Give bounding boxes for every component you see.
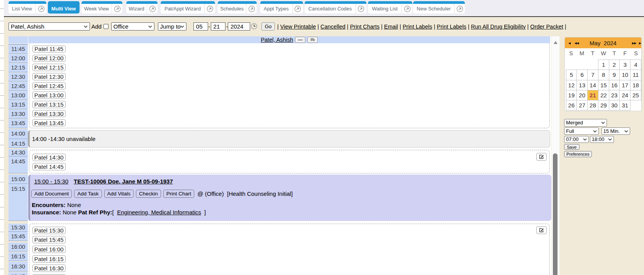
jump-to-select[interactable]: Jump to xyxy=(158,22,186,31)
toolbar-link-run-all-drug-eligibility[interactable]: Run All Drug Eligibility xyxy=(471,24,526,30)
slot-button-patel-14-45[interactable]: Patel 14:45 xyxy=(32,163,66,170)
calendar-day-29[interactable]: 29 xyxy=(598,100,609,110)
scrollbar-thumb[interactable] xyxy=(553,153,558,275)
calendar-day-4[interactable]: 4 xyxy=(630,60,641,70)
calendar-day-26[interactable]: 26 xyxy=(566,100,577,110)
slot-button-patel-12-45[interactable]: Patel 12:45 xyxy=(32,82,66,90)
tab-week-view[interactable]: Week View xyxy=(81,1,123,14)
tab-appt-types[interactable]: Appt Types xyxy=(260,1,303,14)
calendar-day-15[interactable]: 15 xyxy=(598,80,609,90)
calendar-day-7[interactable]: 7 xyxy=(588,70,598,80)
toolbar-link-email[interactable]: Email xyxy=(384,24,398,30)
add-document-button[interactable]: Add Document xyxy=(31,190,72,198)
calendar-day-11[interactable]: 11 xyxy=(630,70,641,80)
calendar-day-3[interactable]: 3 xyxy=(620,60,630,70)
calendar-day-17[interactable]: 17 xyxy=(620,80,630,90)
zoom-select[interactable]: Full xyxy=(564,127,599,135)
slot-button-patel-12-15[interactable]: Patel 12:15 xyxy=(32,64,66,71)
calendar-next-month-icon[interactable]: ► xyxy=(638,41,640,45)
calendar-day-19[interactable]: 19 xyxy=(566,90,577,100)
preferences-button[interactable]: Preferences xyxy=(564,151,592,157)
add-vitals-button[interactable]: Add Vitals xyxy=(104,190,134,198)
calendar-day-8[interactable]: 8 xyxy=(598,70,609,80)
slot-button-patel-16-30[interactable]: Patel 16:30 xyxy=(32,265,66,272)
open-in-new-window-icon[interactable] xyxy=(402,4,412,14)
toolbar-link-print-charts[interactable]: Print Charts xyxy=(350,24,380,30)
toolbar-link-print-labels-2[interactable]: Print Labels xyxy=(437,24,466,30)
open-in-new-window-icon[interactable] xyxy=(36,4,46,14)
calendar-day-2[interactable]: 2 xyxy=(609,60,620,70)
calendar-day-30[interactable]: 30 xyxy=(609,100,620,110)
scrollbar-up-arrow[interactable] xyxy=(554,41,558,44)
calendar-day-12[interactable]: 12 xyxy=(566,80,577,90)
slot-button-patel-12-00[interactable]: Patel 12:00 xyxy=(32,55,66,62)
toolbar-link-print-labels[interactable]: Print Labels xyxy=(403,24,432,30)
slot-button-patel-11-45[interactable]: Patel 11:45 xyxy=(32,46,66,53)
calendar-day-1[interactable]: 1 xyxy=(598,60,609,70)
calendar-day-18[interactable]: 18 xyxy=(630,80,641,90)
slot-button-patel-14-30[interactable]: Patel 14:30 xyxy=(32,154,66,161)
calendar-day-14[interactable]: 14 xyxy=(588,80,598,90)
tab-multi-view[interactable]: Multi View xyxy=(48,1,80,14)
provider-select[interactable]: Patel, Ashish xyxy=(8,22,90,31)
calendar-day-13[interactable]: 13 xyxy=(577,80,588,90)
referring-physician-link[interactable]: Engineering, Medical Informatics xyxy=(117,209,201,216)
appointment-patient-link[interactable]: TEST-10006 Doe, Jane M 05-09-1937 xyxy=(74,178,173,185)
open-in-new-window-icon[interactable] xyxy=(356,4,366,14)
calendar-day-16[interactable]: 16 xyxy=(609,80,620,90)
month-input[interactable]: 05 xyxy=(193,22,208,31)
go-button[interactable]: Go xyxy=(261,22,275,31)
calendar-day-24[interactable]: 24 xyxy=(620,90,630,100)
checkin-button[interactable]: Checkin xyxy=(136,190,161,198)
slot-button-patel-12-30[interactable]: Patel 12:30 xyxy=(32,73,66,80)
tab-new-scheduler[interactable]: New Scheduler xyxy=(413,1,465,14)
calendar-day-31[interactable]: 31 xyxy=(620,100,630,110)
open-in-new-window-icon[interactable] xyxy=(112,4,122,14)
interval-select[interactable]: 15 Min. xyxy=(602,127,630,135)
calendar-day-20[interactable]: 20 xyxy=(577,90,588,100)
minimize-column-button[interactable]: — xyxy=(295,37,305,43)
clock-icon[interactable] xyxy=(251,23,258,30)
tab-waiting-list[interactable]: Waiting List xyxy=(368,1,412,14)
print-chart-button[interactable]: Print Chart xyxy=(163,190,195,198)
toolbar-link-cancelled[interactable]: Cancelled xyxy=(320,24,346,30)
slot-button-patel-13-30[interactable]: Patel 13:30 xyxy=(32,110,66,117)
toolbar-link-view-printable[interactable]: View Printable xyxy=(280,24,316,30)
edit-availability-button[interactable] xyxy=(536,226,547,234)
slot-button-patel-15-30[interactable]: Patel 15:30 xyxy=(32,227,66,234)
slot-button-patel-13-00[interactable]: Patel 13:00 xyxy=(32,92,66,99)
fb-button[interactable]: f/b xyxy=(307,37,318,43)
slot-button-patel-13-15[interactable]: Patel 13:15 xyxy=(32,101,66,108)
calendar-day-28[interactable]: 28 xyxy=(588,100,598,110)
view-mode-select[interactable]: Merged xyxy=(564,119,607,127)
slot-button-patel-16-00[interactable]: Patel 16:00 xyxy=(32,246,66,253)
provider-header-link[interactable]: Patel, Ashish xyxy=(261,37,293,43)
slot-button-patel-13-45[interactable]: Patel 13:45 xyxy=(32,119,66,127)
calendar-next-year-icon[interactable]: ►► xyxy=(631,41,636,45)
open-in-new-window-icon[interactable] xyxy=(292,4,303,14)
facility-select[interactable]: Office xyxy=(111,22,154,31)
save-button[interactable]: Save xyxy=(564,144,580,150)
calendar-day-5[interactable]: 5 xyxy=(566,70,577,80)
tab-cancellation-codes[interactable]: Cancellation Codes xyxy=(305,1,366,14)
tab-pat-appt-wizard[interactable]: Pat/Appt Wizard xyxy=(161,1,215,14)
open-in-new-window-icon[interactable] xyxy=(147,4,158,14)
calendar-day-27[interactable]: 27 xyxy=(577,100,588,110)
edit-availability-button[interactable] xyxy=(536,153,547,161)
tab-schedules[interactable]: Schedules xyxy=(218,1,257,14)
slot-button-patel-16-15[interactable]: Patel 16:15 xyxy=(32,255,66,263)
toolbar-link-order-packet[interactable]: Order Packet xyxy=(530,24,563,30)
open-in-new-window-icon[interactable] xyxy=(204,4,215,14)
calendar-day-selected-21[interactable]: 21 xyxy=(588,90,598,100)
calendar-day-6[interactable]: 6 xyxy=(577,70,588,80)
year-input[interactable]: 2024 xyxy=(228,22,250,31)
add-task-button[interactable]: Add Task xyxy=(74,190,102,198)
end-time-select[interactable]: 18:00 xyxy=(590,136,614,143)
tab-list-view[interactable]: List View xyxy=(8,1,46,14)
add-checkbox[interactable] xyxy=(103,24,108,29)
calendar-day-23[interactable]: 23 xyxy=(609,90,620,100)
tab-wizard[interactable]: Wizard xyxy=(126,1,158,14)
appointment-time-link[interactable]: 15:00 - 15:30 xyxy=(34,178,68,185)
calendar-day-10[interactable]: 10 xyxy=(620,70,630,80)
day-input[interactable]: 21 xyxy=(211,22,225,31)
